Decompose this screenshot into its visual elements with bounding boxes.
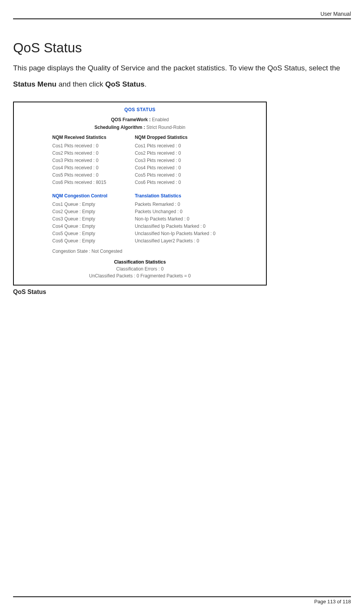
- qos-scheduling-label: Scheduling Algorithm :: [95, 125, 145, 130]
- cg-row: Cos4 Queue : Empty: [52, 223, 131, 230]
- intro-pre: This page displays the Quality of Servic…: [13, 64, 340, 72]
- cg-row: Cos6 Queue : Empty: [52, 237, 131, 244]
- drop-row: Cos3 Pkts received : 0: [135, 157, 262, 164]
- drop-row: Cos1 Pkts received : 0: [135, 142, 262, 149]
- drop-row: Cos2 Pkts received : 0: [135, 150, 262, 157]
- qos-title: QOS STATUS: [18, 106, 262, 113]
- cg-row: Cos1 Queue : Empty: [52, 201, 131, 208]
- tr-row: Non-Ip Packets Marked : 0: [135, 215, 262, 222]
- rx-row: Cos5 Pkts received : 0: [52, 172, 131, 179]
- intro-paragraph: This page displays the Quality of Servic…: [13, 60, 351, 92]
- classification-row: UnClassified Packets : 0 Fragmented Pack…: [18, 272, 262, 279]
- drop-row: Cos5 Pkts received : 0: [135, 172, 262, 179]
- tr-row: Unclassified Ip Packets Marked : 0: [135, 223, 262, 230]
- intro-post: .: [145, 80, 146, 88]
- translation-heading: Translation Statistics: [135, 192, 262, 199]
- qos-scheduling-row: Scheduling Algorithm : Strict Round-Robi…: [18, 124, 262, 131]
- figure-caption: QoS Status: [13, 289, 351, 295]
- page-title: QoS Status: [13, 40, 351, 55]
- rx-row: Cos3 Pkts received : 0: [52, 157, 131, 164]
- intro-bold1: Status Menu: [13, 80, 57, 88]
- header-label: User Manual: [321, 11, 351, 17]
- rx-row: Cos4 Pkts received : 0: [52, 164, 131, 171]
- cg-row: Cos2 Queue : Empty: [52, 208, 131, 215]
- qos-framework-label: QOS FrameWork :: [111, 117, 151, 122]
- tr-row: Packets Remarked : 0: [135, 201, 262, 208]
- qos-framework-row: QOS FrameWork : Enabled: [18, 116, 262, 123]
- drop-row: Cos4 Pkts received : 0: [135, 164, 262, 171]
- nqm-congestion-heading: NQM Congestion Control: [52, 192, 131, 199]
- tr-row: Packets Unchanged : 0: [135, 208, 262, 215]
- intro-bold2: QoS Status: [105, 80, 145, 88]
- classification-row: Classification Errors : 0: [18, 265, 262, 272]
- rx-row: Cos2 Pkts received : 0: [52, 150, 131, 157]
- nqm-dropped-heading: NQM Dropped Statistics: [135, 134, 262, 141]
- qos-framework-value: Enabled: [152, 117, 169, 122]
- tr-row: Unclassified Non-Ip Packets Marked : 0: [135, 230, 262, 237]
- cg-row: Cos5 Queue : Empty: [52, 230, 131, 237]
- classification-heading: Classification Statistics: [18, 259, 262, 265]
- rx-row: Cos6 Pkts received : 8015: [52, 179, 131, 186]
- intro-mid: and then click: [57, 80, 105, 88]
- drop-row: Cos6 Pkts received : 0: [135, 179, 262, 186]
- cg-row: Cos3 Queue : Empty: [52, 215, 131, 222]
- page-number: Page 113 of 118: [314, 599, 351, 604]
- qos-scheduling-value: Strict Round-Robin: [146, 125, 185, 130]
- qos-status-screenshot: QOS STATUS QOS FrameWork : Enabled Sched…: [13, 102, 267, 285]
- rx-row: Cos1 Pkts received : 0: [52, 142, 131, 149]
- congestion-state: Congestion State : Not Congested: [18, 248, 262, 255]
- tr-row: Unclassified Layer2 Packets : 0: [135, 237, 262, 244]
- nqm-received-heading: NQM Received Statistics: [52, 134, 131, 141]
